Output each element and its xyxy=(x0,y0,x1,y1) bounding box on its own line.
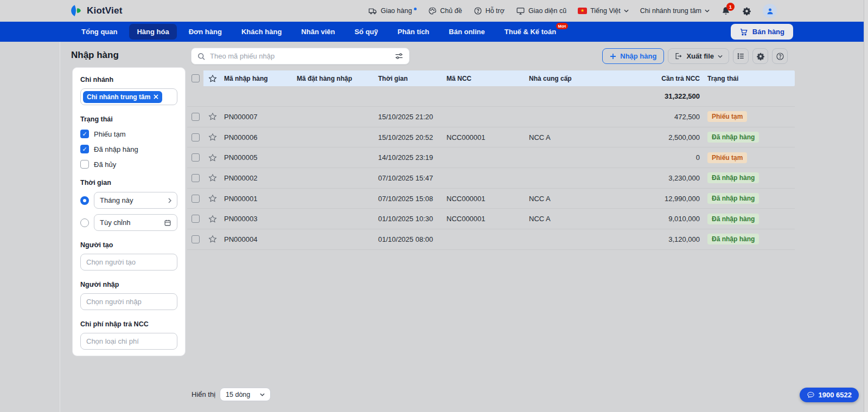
import-code[interactable]: PN000005 xyxy=(222,153,295,162)
nav-khach-hang[interactable]: Khách hàng xyxy=(234,24,289,40)
branch-label: Chi nhánh trung tâm xyxy=(640,7,701,15)
chevron-down-icon xyxy=(260,393,265,396)
branch-filter-input[interactable]: Chi nhánh trung tâm xyxy=(80,88,177,105)
page-size-select[interactable]: 15 dòng xyxy=(220,388,271,401)
branch-selector[interactable]: Chi nhánh trung tâm xyxy=(640,7,710,15)
search-input[interactable] xyxy=(210,52,390,60)
status-badge: Đã nhập hàng xyxy=(707,193,759,204)
settings-button[interactable] xyxy=(742,7,751,16)
theme-label: Chủ đề xyxy=(440,7,462,15)
ncc-code: NCC000001 xyxy=(444,133,527,141)
fee-input[interactable] xyxy=(80,333,177,350)
time-preset-select[interactable]: Tháng này xyxy=(94,192,177,209)
old-ui-menu[interactable]: Giao diện cũ xyxy=(516,7,566,16)
export-file-label: Xuất file xyxy=(686,52,714,60)
star-icon[interactable] xyxy=(203,153,222,162)
nav-ban-online[interactable]: Bán online xyxy=(441,24,492,40)
col-can-tra-ncc[interactable]: Cần trả NCC xyxy=(622,75,700,82)
status-option-da-huy[interactable]: Đã hủy xyxy=(80,160,177,169)
kiotviet-logo[interactable]: KiotViet xyxy=(71,4,123,18)
nav-so-quy[interactable]: Sổ quỹ xyxy=(347,24,385,40)
col-ma-nhap-hang[interactable]: Mã nhập hàng xyxy=(222,75,295,82)
delivery-menu[interactable]: Giao hàng xyxy=(368,7,417,16)
table-row[interactable]: PN000002 07/10/2025 15:47 3,230,000 Đã n… xyxy=(187,168,795,189)
table-row[interactable]: PN000003 01/10/2025 10:30 NCC000001 NCC … xyxy=(187,209,795,229)
import-code[interactable]: PN000002 xyxy=(222,174,295,182)
star-icon[interactable] xyxy=(203,173,222,182)
checkbox[interactable] xyxy=(80,160,89,169)
sell-button-label: Bán hàng xyxy=(752,28,784,36)
creator-input[interactable] xyxy=(80,254,177,271)
col-nha-cung-cap[interactable]: Nhà cung cấp xyxy=(527,75,622,82)
import-code[interactable]: PN000001 xyxy=(222,195,295,203)
row-checkbox[interactable] xyxy=(192,113,200,121)
star-icon[interactable] xyxy=(203,194,222,203)
import-code[interactable]: PN000007 xyxy=(222,113,295,121)
time-custom-radio[interactable] xyxy=(80,218,89,227)
importer-input[interactable] xyxy=(80,293,177,310)
row-checkbox[interactable] xyxy=(192,195,200,203)
export-icon xyxy=(674,52,682,60)
row-checkbox[interactable] xyxy=(192,215,200,223)
help-icon xyxy=(776,52,784,61)
col-thoi-gian[interactable]: Thời gian xyxy=(376,75,444,82)
nav-thue-ke-toan[interactable]: Thuế & Kế toán Mới xyxy=(497,24,564,40)
star-icon[interactable] xyxy=(203,133,222,141)
page-size-value: 15 dòng xyxy=(226,391,250,398)
table-row[interactable]: PN000006 15/10/2025 20:52 NCC000001 NCC … xyxy=(187,127,795,148)
support-menu[interactable]: Hỗ trợ xyxy=(474,7,505,15)
scrollbar[interactable] xyxy=(864,0,868,412)
close-icon[interactable] xyxy=(154,94,158,99)
hotline-number: 1900 6522 xyxy=(819,391,852,399)
row-checkbox[interactable] xyxy=(192,174,200,182)
star-icon[interactable] xyxy=(203,215,222,223)
nav-tong-quan[interactable]: Tổng quan xyxy=(74,24,125,40)
import-code[interactable]: PN000004 xyxy=(222,235,295,243)
table-row[interactable]: PN000007 15/10/2025 21:20 472,500 Phiếu … xyxy=(187,107,795,127)
table-row[interactable]: PN000005 14/10/2025 23:19 0 Phiếu tạm xyxy=(187,147,795,168)
col-trang-thai[interactable]: Trạng thái xyxy=(700,75,795,82)
checkbox[interactable] xyxy=(80,145,89,153)
star-icon[interactable] xyxy=(203,112,222,121)
table-row[interactable]: PN000001 07/10/2025 15:08 NCC000001 NCC … xyxy=(187,189,795,209)
person-icon xyxy=(766,7,774,15)
status-badge: Phiếu tạm xyxy=(707,152,747,163)
checkbox[interactable] xyxy=(80,130,89,138)
table-row[interactable]: PN000004 01/10/2025 08:00 3,120,000 Đã n… xyxy=(187,229,795,250)
language-menu[interactable]: ★ Tiếng Việt xyxy=(578,7,629,15)
nav-don-hang[interactable]: Đơn hàng xyxy=(181,24,229,40)
star-icon[interactable] xyxy=(203,235,222,243)
status-badge: Đã nhập hàng xyxy=(707,132,759,143)
hotline-button[interactable]: 1900 6522 xyxy=(800,388,859,402)
row-checkbox[interactable] xyxy=(192,133,200,141)
nav-nhan-vien[interactable]: Nhân viên xyxy=(293,24,342,40)
status-option-da-nhap-hang[interactable]: Đã nhập hàng xyxy=(80,145,177,153)
fee-filter-label: Chi phí nhập trả NCC xyxy=(80,320,177,328)
col-ma-ncc[interactable]: Mã NCC xyxy=(444,75,527,82)
row-checkbox[interactable] xyxy=(192,153,200,162)
theme-menu[interactable]: Chủ đề xyxy=(428,7,462,15)
row-checkbox[interactable] xyxy=(192,235,200,243)
export-file-button[interactable]: Xuất file xyxy=(668,48,729,64)
star-icon[interactable] xyxy=(203,74,222,83)
creator-filter-label: Người tạo xyxy=(80,241,177,249)
import-code[interactable]: PN000006 xyxy=(222,133,295,141)
chevron-right-icon xyxy=(168,198,171,203)
import-goods-button[interactable]: Nhập hàng xyxy=(602,48,664,64)
help-button[interactable] xyxy=(772,48,788,64)
sell-button[interactable]: Bán hàng xyxy=(731,24,793,40)
notifications-button[interactable]: 1 xyxy=(721,6,731,16)
select-all-checkbox[interactable] xyxy=(192,74,200,82)
layout-list-button[interactable] xyxy=(733,48,749,64)
time-custom-select[interactable]: Tùy chỉnh xyxy=(94,214,177,231)
status-option-phieu-tam[interactable]: Phiếu tạm xyxy=(80,130,177,138)
user-avatar[interactable] xyxy=(763,4,777,18)
import-code[interactable]: PN000003 xyxy=(222,215,295,223)
time: 14/10/2025 23:19 xyxy=(376,153,444,162)
table-settings-button[interactable] xyxy=(752,48,768,64)
time-preset-radio[interactable] xyxy=(80,196,89,205)
filter-sliders-icon[interactable] xyxy=(394,52,404,61)
col-ma-dat-hang-nhap[interactable]: Mã đặt hàng nhập xyxy=(295,75,376,82)
nav-phan-tich[interactable]: Phân tích xyxy=(390,24,437,40)
nav-hang-hoa[interactable]: Hàng hóa xyxy=(129,24,176,40)
